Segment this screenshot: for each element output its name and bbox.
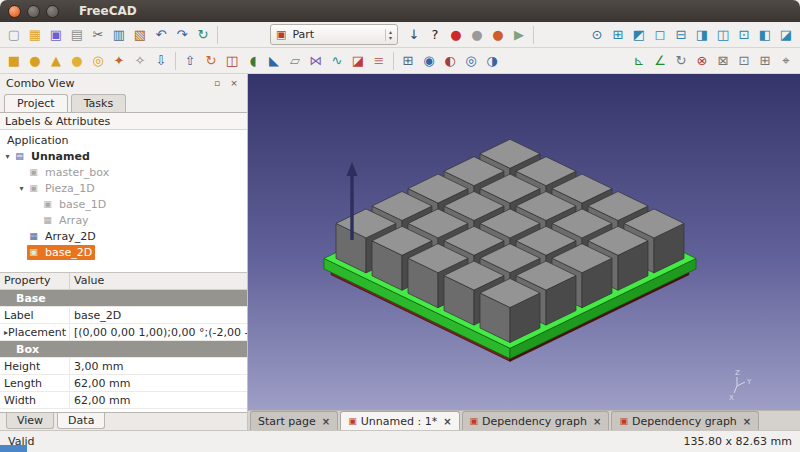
- fit-all-icon[interactable]: ⊞: [608, 25, 628, 45]
- shape-builder-icon[interactable]: ✧: [130, 51, 150, 71]
- workbench-selector[interactable]: ▣ Part ▴ ▾: [270, 24, 398, 45]
- expander-icon[interactable]: ▾: [16, 184, 27, 193]
- maximize-window-button[interactable]: [46, 5, 59, 18]
- macro-arrow-icon[interactable]: ↓: [404, 25, 424, 45]
- annotation-plane-icon[interactable]: ⌖: [776, 51, 796, 71]
- macro-play-icon[interactable]: ▶: [509, 25, 529, 45]
- isometric-view-icon[interactable]: ◩: [629, 25, 649, 45]
- search-icon[interactable]: ⊙: [587, 25, 607, 45]
- cone-primitive-icon[interactable]: ▲: [46, 51, 66, 71]
- close-tab-icon[interactable]: ×: [743, 416, 751, 427]
- float-panel-icon[interactable]: ▫: [210, 76, 224, 90]
- measure-linear-icon[interactable]: ⊾: [629, 51, 649, 71]
- close-tab-icon[interactable]: ×: [322, 416, 330, 427]
- box-part-icon: ▣: [27, 183, 40, 193]
- sphere-primitive-icon[interactable]: ●: [67, 51, 87, 71]
- save-icon[interactable]: ▣: [46, 25, 66, 45]
- minimize-window-button[interactable]: [27, 5, 40, 18]
- tree-item-pieza-1d[interactable]: ▾ ▣ Pieza_1D: [0, 180, 247, 196]
- titlebar[interactable]: FreeCAD: [0, 0, 800, 22]
- macro-debug-icon[interactable]: ●: [488, 25, 508, 45]
- workbench-spinner[interactable]: ▴ ▾: [385, 29, 395, 41]
- property-value[interactable]: 62,00 mm: [70, 377, 247, 390]
- new-document-icon[interactable]: ▢: [4, 25, 24, 45]
- compound-icon[interactable]: ⊞: [398, 51, 418, 71]
- tree-item-array-2d[interactable]: ▦ Array_2D: [0, 228, 247, 244]
- boolean-cut-icon[interactable]: ◐: [440, 51, 460, 71]
- property-value[interactable]: [(0,00 0,00 1,00);0,00 °;(-2,00 -2,00 ..…: [70, 326, 247, 339]
- bottom-view-icon[interactable]: ⊡: [734, 25, 754, 45]
- tab-unnamed-document[interactable]: ▣ Unnamed : 1* ×: [340, 411, 459, 430]
- dimension-readout: 135.80 x 82.63 mm: [684, 435, 792, 448]
- expander-icon[interactable]: ▾: [2, 152, 13, 161]
- property-value[interactable]: base_2D: [70, 309, 247, 322]
- property-value[interactable]: 3,00 mm: [70, 360, 247, 373]
- extrude-icon[interactable]: ⇧: [180, 51, 200, 71]
- loft-icon[interactable]: ⋈: [306, 51, 326, 71]
- property-name: Height: [0, 358, 70, 374]
- box-primitive-icon[interactable]: ■: [4, 51, 24, 71]
- tab-start-page[interactable]: Start page ×: [250, 411, 338, 430]
- boolean-icon[interactable]: ◉: [419, 51, 439, 71]
- boolean-common-icon[interactable]: ◑: [482, 51, 502, 71]
- left-view-icon[interactable]: ◧: [755, 25, 775, 45]
- mirror-icon[interactable]: ◫: [222, 51, 242, 71]
- right-view-icon[interactable]: ◨: [692, 25, 712, 45]
- 3d-viewport[interactable]: ZYX: [248, 74, 800, 410]
- box-part-icon: ▣: [41, 199, 54, 209]
- close-panel-icon[interactable]: ×: [227, 76, 241, 90]
- import-icon[interactable]: ⇩: [151, 51, 171, 71]
- axonometric-view-icon[interactable]: ◪: [776, 25, 796, 45]
- tree-item-array[interactable]: ▦ Array: [0, 212, 247, 228]
- rear-view-icon[interactable]: ◫: [713, 25, 733, 45]
- measure-angular-icon[interactable]: ∠: [650, 51, 670, 71]
- paste-icon[interactable]: ▧: [130, 25, 150, 45]
- tree-item-unnamed[interactable]: ▾ ▤ Unnamed: [0, 148, 247, 164]
- sweep-icon[interactable]: ∿: [327, 51, 347, 71]
- refresh-icon[interactable]: ↻: [193, 25, 213, 45]
- top-view-icon[interactable]: ⊟: [671, 25, 691, 45]
- tab-project[interactable]: Project: [4, 94, 68, 112]
- tab-view[interactable]: View: [6, 413, 54, 429]
- whats-this-icon[interactable]: ?: [425, 25, 445, 45]
- print-icon[interactable]: ▤: [67, 25, 87, 45]
- revolve-icon[interactable]: ↻: [201, 51, 221, 71]
- cylinder-primitive-icon[interactable]: ●: [25, 51, 45, 71]
- undo-icon[interactable]: ↶: [151, 25, 171, 45]
- toggle-all-measure-icon[interactable]: ⊠: [713, 51, 733, 71]
- cut-icon[interactable]: ✂: [88, 25, 108, 45]
- close-window-button[interactable]: [8, 5, 21, 18]
- macro-stop-icon[interactable]: ●: [467, 25, 487, 45]
- spinner-down-icon[interactable]: ▾: [389, 35, 392, 41]
- torus-primitive-icon[interactable]: ◎: [88, 51, 108, 71]
- tab-data[interactable]: Data: [57, 413, 105, 429]
- tree-item-base-1d[interactable]: ▣ base_1D: [0, 196, 247, 212]
- macro-record-icon[interactable]: ●: [446, 25, 466, 45]
- boolean-union-icon[interactable]: ◎: [461, 51, 481, 71]
- create-primitives-icon[interactable]: ✦: [109, 51, 129, 71]
- open-folder-icon[interactable]: ▦: [25, 25, 45, 45]
- tab-dependency-graph-2[interactable]: ▣ Dependency graph ×: [611, 411, 759, 430]
- tree-item-master-box[interactable]: ▣ master_box: [0, 164, 247, 180]
- property-value[interactable]: 62,00 mm: [70, 394, 247, 407]
- selection-highlight: ▣ base_2D: [27, 245, 95, 260]
- 3d-scene[interactable]: ZYX: [248, 74, 800, 410]
- section-icon[interactable]: ◪: [348, 51, 368, 71]
- measure-refresh-icon[interactable]: ↻: [671, 51, 691, 71]
- toggle-delta-measure-icon[interactable]: ⊞: [755, 51, 775, 71]
- close-tab-icon[interactable]: ×: [443, 416, 451, 427]
- fillet-icon[interactable]: ◖: [243, 51, 263, 71]
- tab-dependency-graph-1[interactable]: ▣ Dependency graph ×: [462, 411, 610, 430]
- redo-icon[interactable]: ↷: [172, 25, 192, 45]
- ruled-surface-icon[interactable]: ▱: [285, 51, 305, 71]
- toggle-3d-measure-icon[interactable]: ⊡: [734, 51, 754, 71]
- tab-tasks[interactable]: Tasks: [71, 94, 126, 112]
- chamfer-icon[interactable]: ◣: [264, 51, 284, 71]
- tree-item-base-2d[interactable]: ▣ base_2D: [0, 244, 247, 260]
- close-tab-icon[interactable]: ×: [593, 416, 601, 427]
- copy-icon[interactable]: ▥: [109, 25, 129, 45]
- front-view-icon[interactable]: ◻: [650, 25, 670, 45]
- measure-clear-icon[interactable]: ⊗: [692, 51, 712, 71]
- cross-sections-icon[interactable]: ≡: [369, 51, 389, 71]
- tree-item-application[interactable]: Application: [0, 132, 247, 148]
